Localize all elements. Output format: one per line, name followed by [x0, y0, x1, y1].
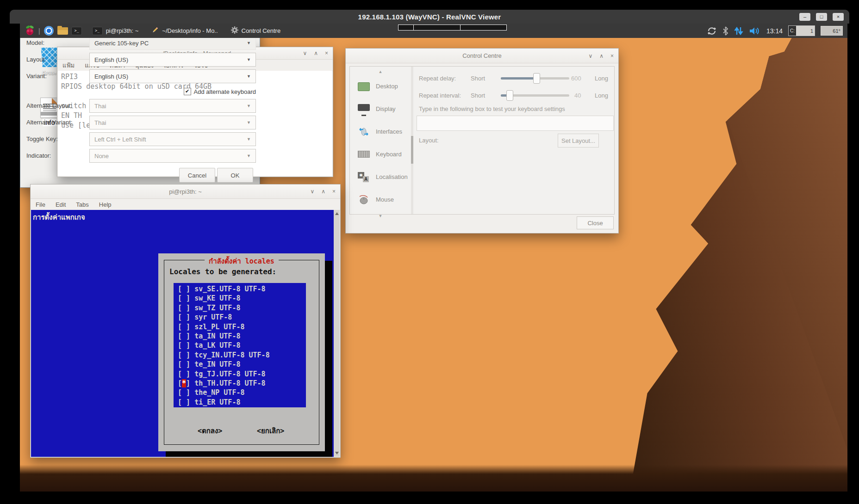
keyboard-field-row-bottom-1: Alternate Variant:Thai▼ [20, 116, 847, 132]
dropdown-value: Thai [94, 103, 106, 110]
taskbar: | >_ >_pi@rpi3th: ~~/Desktop/info - Mo..… [20, 24, 847, 38]
bluetooth-icon[interactable] [722, 26, 728, 36]
terminal-menu-item-edit[interactable]: Edit [56, 201, 66, 208]
terminal-screen-header: การตั้งค่าแพกเกจ [33, 212, 85, 223]
clock[interactable]: 13:14 [766, 27, 783, 35]
vnc-toolbar-segment [461, 25, 506, 30]
checkbox-cell[interactable] [182, 388, 186, 397]
updater-icon[interactable] [707, 26, 717, 36]
locale-item-0[interactable]: [ ] sv_SE.UTF-8 UTF-8 [178, 284, 306, 294]
locale-item-4[interactable]: [ ] szl_PL UTF-8 [178, 322, 306, 332]
locale-ok-button[interactable]: <ตกลง> [198, 425, 222, 436]
dropdown-value: Left Ctrl + Left Shift [94, 136, 146, 143]
volume-icon[interactable] [749, 26, 761, 36]
terminal-icon: >_ [92, 27, 103, 35]
vnc-framebuffer: | >_ >_pi@rpi3th: ~~/Desktop/info - Mo..… [20, 24, 847, 492]
terminal-menu-item-help[interactable]: Help [99, 201, 112, 208]
ok-button[interactable]: OK [217, 168, 253, 183]
temperature-widget[interactable]: 61° [821, 26, 843, 36]
dropdown-alternate-variant[interactable]: Thai▼ [89, 116, 256, 129]
taskbar-window-button-1[interactable]: ~/Desktop/info - Mo.. [147, 25, 222, 37]
maximize-button[interactable]: □ [816, 13, 827, 21]
cpu-monitor-widget[interactable]: C: 1 [788, 25, 815, 36]
locale-item-3[interactable]: [ ] syr UTF-8 [178, 313, 306, 322]
locale-list[interactable]: [ ] sv_SE.UTF-8 UTF-8[ ] sw_KE UTF-8[ ] … [174, 283, 306, 407]
checkbox-cell[interactable] [182, 304, 186, 312]
taskbar-window-button-2[interactable]: Control Centre [226, 25, 286, 37]
checkbox-cell[interactable] [182, 313, 186, 321]
terminal-menu-item-tabs[interactable]: Tabs [76, 201, 88, 208]
repeat-interval-slider[interactable] [501, 94, 569, 97]
field-label: Layout: [26, 56, 46, 63]
scrollbar-down-icon[interactable] [335, 452, 339, 455]
field-label: Toggle Key: [26, 135, 58, 142]
sidebar-item-mouse[interactable]: Mouse [350, 188, 411, 211]
dropdown-alternate-layout[interactable]: Thai▼ [89, 99, 256, 113]
add-alternate-keyboard-row[interactable]: ✔ Add alternate keyboard [89, 87, 256, 96]
checkbox-cell[interactable] [182, 398, 186, 406]
locale-item-label: sw_KE UTF-8 [194, 294, 240, 302]
raspberry-icon [25, 25, 35, 37]
dropdown-layout[interactable]: English (US)▼ [89, 53, 256, 67]
keyboard-field-row-bottom-0: Alternate Layout:Thai▼ [20, 99, 847, 116]
locale-item-10[interactable]: [*] th_TH.UTF-8 UTF-8 [178, 379, 306, 388]
vnc-window-title: 192.168.1.103 (WayVNC) - RealVNC Viewer [358, 13, 501, 21]
locale-item-7[interactable]: [ ] tcy_IN.UTF-8 UTF-8 [178, 350, 306, 360]
taskbar-window-label: Control Centre [242, 27, 281, 34]
checkbox-selected-cell[interactable]: * [182, 379, 186, 387]
locale-item-label: te_IN UTF-8 [194, 360, 240, 369]
checkbox-cell[interactable] [182, 323, 186, 331]
sidebar-item-localisation[interactable]: ✱ALocalisation [350, 166, 411, 188]
checkbox-cell[interactable] [182, 341, 186, 350]
checkbox-cell[interactable] [182, 332, 186, 340]
checkbox-bracket: ] [186, 332, 194, 340]
checkbox-cell[interactable] [182, 294, 186, 302]
locale-item-6[interactable]: [ ] ta_LK UTF-8 [178, 341, 306, 350]
locale-item-8[interactable]: [ ] te_IN UTF-8 [178, 360, 306, 369]
dropdown-toggle-key[interactable]: Left Ctrl + Left Shift▼ [89, 132, 256, 146]
taskbar-window-button-0[interactable]: >_pi@rpi3th: ~ [87, 25, 143, 37]
system-tray: 13:14 C: 1 61° [707, 25, 847, 36]
localisation-icon: ✱A [358, 172, 370, 182]
terminal-scrollbar[interactable] [334, 210, 340, 457]
dropdown-variant[interactable]: English (US)▼ [89, 69, 256, 83]
dropdown-indicator[interactable]: None▼ [89, 149, 256, 163]
locale-item-label: th_TH.UTF-8 UTF-8 [194, 379, 266, 387]
file-manager-launcher[interactable] [56, 25, 70, 37]
terminal-screen[interactable]: การตั้งค่าแพกเกจ กำลังตั้งค่า locales Lo… [31, 210, 340, 457]
menu-raspberry-icon[interactable] [23, 25, 37, 37]
checkbox-cell[interactable] [182, 360, 186, 369]
locale-item-11[interactable]: [ ] the_NP UTF-8 [178, 388, 306, 397]
checkbox-bracket: ] [186, 341, 194, 350]
close-icon[interactable]: × [332, 188, 336, 195]
sidebar-scroll-down-icon[interactable]: ▼ [350, 211, 411, 219]
locale-item-2[interactable]: [ ] sw_TZ UTF-8 [178, 303, 306, 313]
vnc-toolbar-segment [414, 25, 461, 30]
minimize-button[interactable]: – [799, 13, 810, 21]
shade-icon[interactable]: ∨ [310, 188, 314, 195]
terminal-menu-item-file[interactable]: File [36, 201, 45, 208]
unshade-icon[interactable]: ∧ [321, 188, 325, 195]
checkbox-cell[interactable] [182, 370, 186, 378]
cancel-button[interactable]: Cancel [179, 168, 215, 183]
locale-item-label: tg_TJ.UTF-8 UTF-8 [194, 370, 266, 378]
browser-launcher[interactable] [42, 25, 56, 37]
locale-item-9[interactable]: [ ] tg_TJ.UTF-8 UTF-8 [178, 369, 306, 379]
close-button[interactable]: Close [577, 216, 614, 229]
locale-item-5[interactable]: [ ] ta_IN UTF-8 [178, 332, 306, 341]
locale-cancel-button[interactable]: <ยกเลิก> [257, 425, 284, 436]
checkbox-cell[interactable] [182, 351, 186, 359]
checkbox-bracket: [ [178, 379, 182, 387]
close-button[interactable]: × [833, 13, 844, 21]
keyboard-field-row-top-1: Layout:English (US)▼ [20, 53, 847, 69]
scrollbar-up-icon[interactable] [335, 212, 339, 215]
locale-item-12[interactable]: [ ] ti_ER UTF-8 [178, 398, 306, 407]
terminal-launcher[interactable]: >_ [70, 25, 84, 37]
network-arrows-icon[interactable] [734, 26, 743, 36]
keyboard-field-row-bottom-2: Toggle Key:Left Ctrl + Left Shift▼ [20, 132, 847, 149]
checkbox-checked-icon[interactable]: ✔ [184, 88, 191, 95]
locale-item-1[interactable]: [ ] sw_KE UTF-8 [178, 294, 306, 303]
checkbox-cell[interactable] [182, 285, 186, 293]
taskbar-separator: | [38, 27, 40, 35]
dropdown-model[interactable]: Generic 105-key PC▼ [89, 36, 256, 50]
